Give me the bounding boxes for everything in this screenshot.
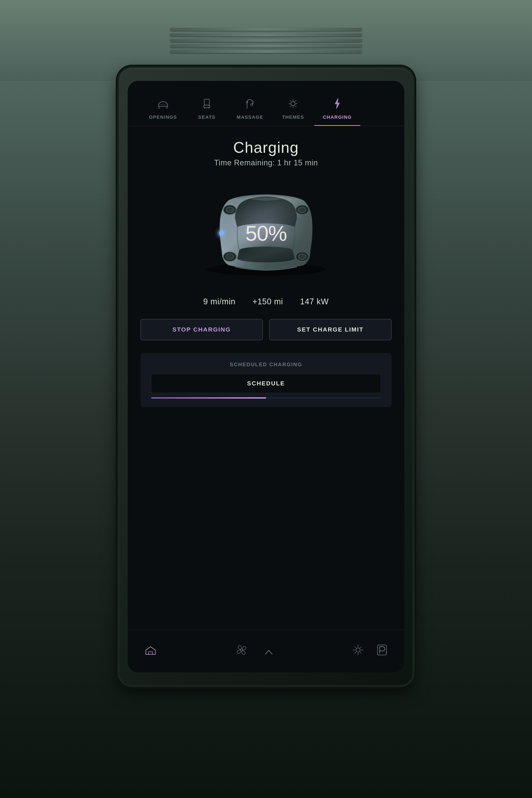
stat-speed: 9 mi/min (203, 297, 235, 306)
tab-seats[interactable]: SEATS (186, 94, 228, 126)
tab-openings-label: OPENINGS (149, 114, 177, 120)
svg-point-7 (226, 207, 234, 213)
set-charge-limit-button[interactable]: SET CHARGE LIMIT (269, 319, 392, 340)
tab-themes-label: THEMES (282, 114, 304, 120)
time-remaining-label: Time Remaining: (214, 158, 275, 167)
home-icon[interactable] (145, 645, 156, 658)
svg-point-4 (291, 101, 295, 106)
stat-speed-value: 9 mi/min (203, 297, 235, 306)
tab-charging-label: CHARGING (323, 114, 352, 120)
stat-power-value: 147 kW (300, 297, 329, 306)
svg-point-11 (226, 254, 234, 260)
time-remaining: Time Remaining: 1 hr 15 min (214, 158, 318, 167)
svg-rect-1 (204, 105, 210, 108)
bottom-navigation-bar (128, 630, 404, 672)
tab-openings[interactable]: OPENINGS (140, 94, 186, 126)
charging-stats: 9 mi/min +150 mi 147 kW (140, 297, 392, 306)
stat-range: +150 mi (252, 297, 283, 306)
stop-charging-button[interactable]: STOP CHARGING (140, 319, 263, 340)
svg-rect-0 (204, 99, 209, 105)
svg-point-19 (356, 648, 360, 652)
stat-power: 147 kW (300, 297, 329, 306)
openings-icon (157, 99, 169, 112)
main-screen: OPENINGS SEATS (128, 81, 404, 672)
stat-range-value: +150 mi (252, 297, 283, 306)
scheduled-label: SCHEDULED CHARGING (151, 362, 381, 367)
bottom-center-controls (236, 644, 273, 659)
action-buttons: STOP CHARGING SET CHARGE LIMIT (140, 319, 392, 340)
time-remaining-value: 1 hr 15 min (277, 158, 318, 167)
bottom-right-controls (352, 644, 387, 659)
charge-progress-fill (151, 397, 266, 399)
vent-slats (170, 28, 362, 53)
svg-point-13 (298, 254, 306, 260)
screen-bezel: OPENINGS SEATS (119, 68, 413, 685)
seats-icon (203, 98, 211, 112)
svg-point-16 (215, 227, 228, 240)
svg-point-9 (298, 207, 306, 213)
parking-icon[interactable] (377, 644, 387, 659)
fan-icon[interactable] (236, 644, 247, 659)
settings-icon[interactable] (352, 644, 364, 659)
vent-slat (170, 39, 362, 42)
schedule-button[interactable]: SCHEDULE (151, 374, 381, 393)
svg-rect-17 (149, 652, 153, 654)
tab-massage-label: MASSAGE (236, 114, 263, 120)
themes-icon (288, 98, 298, 112)
chevron-up-icon[interactable] (265, 645, 273, 658)
navigation-tabs: OPENINGS SEATS (128, 81, 404, 126)
massage-icon (245, 98, 255, 112)
charging-content: Charging Time Remaining: 1 hr 15 min (128, 126, 404, 630)
charge-percentage: 50% (245, 221, 287, 246)
vent-slat (170, 50, 362, 53)
tab-themes[interactable]: THEMES (272, 94, 314, 126)
scheduled-charging-section: SCHEDULED CHARGING SCHEDULE (140, 353, 392, 407)
vent-slat (170, 33, 362, 36)
car-image: 50% (186, 184, 346, 282)
vent-slat (170, 28, 362, 31)
vent-slat (170, 44, 362, 48)
car-visualization: 50% (170, 180, 362, 286)
tab-charging[interactable]: CHARGING (314, 94, 360, 126)
charge-progress-bar (151, 397, 381, 399)
tab-seats-label: SEATS (198, 114, 215, 120)
charging-icon (334, 98, 341, 112)
tab-massage[interactable]: MASSAGE (228, 94, 272, 126)
page-title: Charging (233, 139, 299, 156)
